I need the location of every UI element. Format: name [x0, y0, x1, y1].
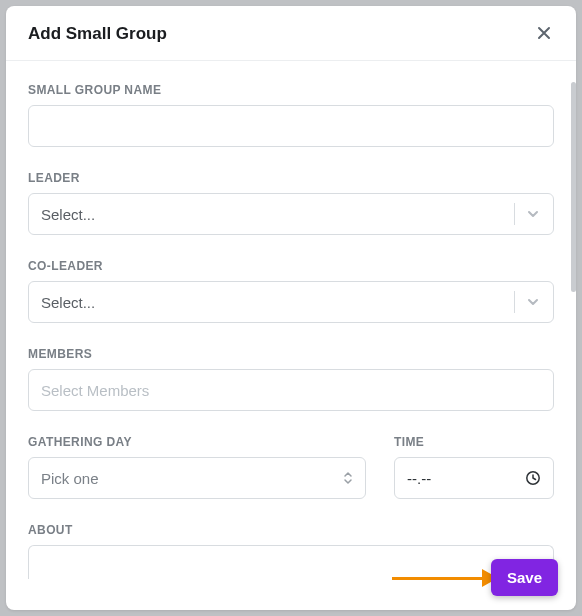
select-separator [514, 203, 515, 225]
input-time[interactable]: --.-- [394, 457, 554, 499]
field-time: TIME --.-- [394, 435, 554, 499]
input-small-group-name[interactable] [28, 105, 554, 147]
select-separator [514, 291, 515, 313]
select-coleader-value: Select... [41, 294, 95, 311]
label-time: TIME [394, 435, 554, 449]
modal-title: Add Small Group [28, 24, 167, 44]
save-button[interactable]: Save [491, 559, 558, 596]
label-about: ABOUT [28, 523, 554, 537]
label-leader: LEADER [28, 171, 554, 185]
label-coleader: CO-LEADER [28, 259, 554, 273]
field-leader: LEADER Select... [28, 171, 554, 235]
members-placeholder: Select Members [41, 382, 149, 399]
gathering-day-value: Pick one [41, 470, 99, 487]
label-small-group-name: SMALL GROUP NAME [28, 83, 554, 97]
modal-container: Add Small Group SMALL GROUP NAME LEADER … [0, 0, 582, 616]
row-day-time: GATHERING DAY Pick one TIME --.-- [28, 435, 554, 499]
select-leader-value: Select... [41, 206, 95, 223]
label-members: MEMBERS [28, 347, 554, 361]
modal-body: SMALL GROUP NAME LEADER Select... CO-LEA… [6, 61, 576, 610]
modal-header: Add Small Group [6, 6, 576, 61]
time-value: --.-- [407, 470, 431, 487]
close-button[interactable] [534, 24, 554, 44]
add-small-group-modal: Add Small Group SMALL GROUP NAME LEADER … [6, 6, 576, 610]
scrollbar[interactable] [571, 82, 576, 292]
label-gathering-day: GATHERING DAY [28, 435, 366, 449]
select-stepper-icon [343, 471, 353, 485]
chevron-down-icon [525, 294, 541, 310]
save-button-label: Save [507, 569, 542, 586]
field-members: MEMBERS Select Members [28, 347, 554, 411]
clock-icon [525, 470, 541, 486]
field-gathering-day: GATHERING DAY Pick one [28, 435, 366, 499]
chevron-down-icon [525, 206, 541, 222]
input-members[interactable]: Select Members [28, 369, 554, 411]
field-small-group-name: SMALL GROUP NAME [28, 83, 554, 147]
field-about: ABOUT [28, 523, 554, 579]
select-gathering-day[interactable]: Pick one [28, 457, 366, 499]
select-leader[interactable]: Select... [28, 193, 554, 235]
close-icon [536, 25, 552, 44]
select-coleader[interactable]: Select... [28, 281, 554, 323]
textarea-about[interactable] [28, 545, 554, 579]
field-coleader: CO-LEADER Select... [28, 259, 554, 323]
